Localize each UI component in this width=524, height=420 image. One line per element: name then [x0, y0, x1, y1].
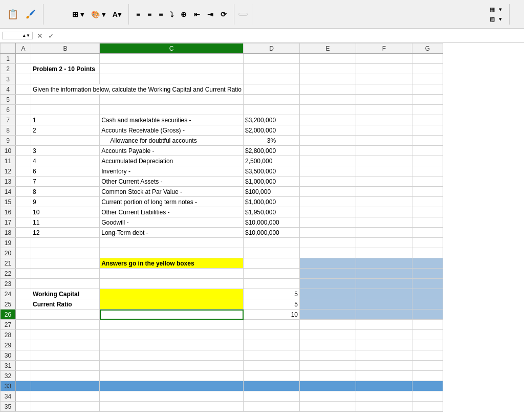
cell-a6[interactable]	[16, 105, 31, 115]
cell-a21[interactable]	[16, 258, 31, 269]
row-header-5[interactable]: 5	[1, 95, 16, 105]
cell-d23[interactable]	[244, 279, 300, 289]
cell-g12[interactable]	[412, 166, 443, 176]
row-header-27[interactable]: 27	[1, 320, 16, 330]
cell-g33[interactable]	[412, 381, 443, 391]
row-header-13[interactable]: 13	[1, 176, 16, 187]
cell-f35[interactable]	[356, 402, 412, 412]
cell-a32[interactable]	[16, 371, 31, 381]
row-header-31[interactable]: 31	[1, 361, 16, 371]
cell-d24[interactable]: 5	[244, 289, 300, 299]
align-left-button[interactable]: ≡	[133, 8, 143, 20]
cell-c35[interactable]	[100, 402, 244, 412]
cell-d13[interactable]: $1,000,000	[244, 176, 300, 187]
cell-a19[interactable]	[16, 238, 31, 248]
cell-c20[interactable]	[100, 248, 244, 258]
col-header-f[interactable]: F	[356, 43, 412, 54]
cell-e1[interactable]	[300, 54, 356, 64]
cell-f13[interactable]	[356, 176, 412, 187]
cell-a5[interactable]	[16, 95, 31, 105]
row-header-14[interactable]: 14	[1, 187, 16, 197]
row-header-7[interactable]: 7	[1, 115, 16, 125]
row-header-24[interactable]: 24	[1, 289, 16, 299]
cell-a17[interactable]	[16, 217, 31, 228]
cell-e35[interactable]	[300, 402, 356, 412]
cell-f12[interactable]	[356, 166, 412, 176]
cell-e23[interactable]	[300, 279, 356, 289]
cell-a26[interactable]	[16, 310, 31, 320]
cell-d16[interactable]: $1,950,000	[244, 207, 300, 217]
cell-f33[interactable]	[356, 381, 412, 391]
cell-b14[interactable]: 8	[31, 187, 100, 197]
cell-a18[interactable]	[16, 228, 31, 238]
orientation-button[interactable]: ⟳	[217, 8, 230, 20]
cell-g35[interactable]	[412, 402, 443, 412]
cell-d5[interactable]	[244, 95, 300, 105]
cell-a9[interactable]	[16, 136, 31, 146]
row-header-19[interactable]: 19	[1, 238, 16, 248]
row-header-2[interactable]: 2	[1, 64, 16, 74]
cell-e13[interactable]	[300, 176, 356, 187]
cell-c18[interactable]: Long-Term debt -	[100, 228, 244, 238]
cell-b10[interactable]: 3	[31, 146, 100, 156]
row-header-30[interactable]: 30	[1, 350, 16, 361]
cell-b19[interactable]	[31, 238, 100, 248]
cell-c30[interactable]	[100, 350, 244, 361]
cell-d8[interactable]: $2,000,000	[244, 125, 300, 136]
cell-a24[interactable]	[16, 289, 31, 299]
cell-b35[interactable]	[31, 402, 100, 412]
cell-a35[interactable]	[16, 402, 31, 412]
cells-button[interactable]	[514, 13, 520, 15]
cell-b29[interactable]	[31, 340, 100, 350]
cell-b7[interactable]: 1	[31, 115, 100, 125]
cell-d12[interactable]: $3,500,000	[244, 166, 300, 176]
cell-e28[interactable]	[300, 330, 356, 340]
cell-e20[interactable]	[300, 248, 356, 258]
row-header-9[interactable]: 9	[1, 136, 16, 146]
cell-a14[interactable]	[16, 187, 31, 197]
cell-e25[interactable]	[300, 299, 356, 310]
row-header-34[interactable]: 34	[1, 391, 16, 402]
cell-g17[interactable]	[412, 217, 443, 228]
cell-e9[interactable]	[300, 136, 356, 146]
cell-a12[interactable]	[16, 166, 31, 176]
cell-f22[interactable]	[356, 269, 412, 279]
underline-button[interactable]	[62, 12, 68, 16]
row-header-16[interactable]: 16	[1, 207, 16, 217]
cell-g16[interactable]	[412, 207, 443, 217]
cell-d28[interactable]	[244, 330, 300, 340]
cell-d3[interactable]	[244, 74, 300, 84]
cell-b16[interactable]: 10	[31, 207, 100, 217]
confirm-formula-button[interactable]: ✓	[46, 31, 56, 41]
row-header-26[interactable]: 26	[1, 310, 16, 320]
cell-b32[interactable]	[31, 371, 100, 381]
row-header-32[interactable]: 32	[1, 371, 16, 381]
cell-b28[interactable]	[31, 330, 100, 340]
cell-g18[interactable]	[412, 228, 443, 238]
cell-e15[interactable]	[300, 197, 356, 207]
cell-c8[interactable]: Accounts Receivable (Gross) -	[100, 125, 244, 136]
cell-c22[interactable]	[100, 269, 244, 279]
cell-d34[interactable]	[244, 391, 300, 402]
row-header-20[interactable]: 20	[1, 248, 16, 258]
cell-c31[interactable]	[100, 361, 244, 371]
cell-e24[interactable]	[300, 289, 356, 299]
row-header-4[interactable]: 4	[1, 84, 16, 95]
cell-a30[interactable]	[16, 350, 31, 361]
cell-g21[interactable]	[412, 258, 443, 269]
row-header-12[interactable]: 12	[1, 166, 16, 176]
cell-b31[interactable]	[31, 361, 100, 371]
cell-b2[interactable]: Problem 2 - 10 Points	[31, 64, 100, 74]
cell-d30[interactable]	[244, 350, 300, 361]
cell-b21[interactable]	[31, 258, 100, 269]
cell-g13[interactable]	[412, 176, 443, 187]
cell-f21[interactable]	[356, 258, 412, 269]
cell-f8[interactable]	[356, 125, 412, 136]
cell-c17[interactable]: Goodwill -	[100, 217, 244, 228]
cell-b6[interactable]	[31, 105, 100, 115]
row-header-29[interactable]: 29	[1, 340, 16, 350]
cell-d19[interactable]	[244, 238, 300, 248]
cell-e19[interactable]	[300, 238, 356, 248]
borders-button[interactable]: ⊞ ▾	[69, 8, 87, 20]
cell-d9[interactable]: 3%	[244, 136, 300, 146]
